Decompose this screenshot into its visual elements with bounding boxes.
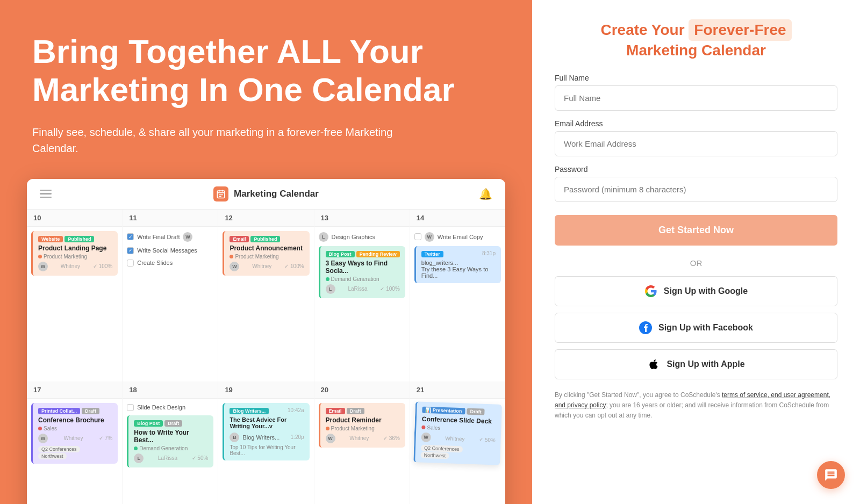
calendar-col-14: 14 W Write Email Copy Twitter 8:31p blog… <box>410 210 505 381</box>
calendar-mockup: Marketing Calendar 🔔 10 Website Publishe… <box>27 179 505 504</box>
calendar-title: Marketing Calendar <box>213 186 319 201</box>
calendar-col-18: 18 Slide Deck Design Blog Post Draft How… <box>123 381 218 504</box>
full-name-label: Full Name <box>555 74 837 82</box>
forever-free-badge: Forever-Free <box>689 19 791 41</box>
calendar-col-11: 11 ✓ Write Final Draft W ✓ Write Social … <box>123 210 218 381</box>
facebook-signup-button[interactable]: Sign Up with Facebook <box>555 313 837 343</box>
card-blog2: Blog Post Draft How to Write Your Best..… <box>127 415 213 467</box>
password-group: Password <box>555 165 837 202</box>
google-button-label: Sign Up with Google <box>664 286 748 296</box>
calendar-col-13: 13 L Design Graphics Blog Post Pending R… <box>314 210 410 381</box>
calendar-col-10: 10 Website Published Product Landing Pag… <box>27 210 122 381</box>
card-print: Printed Collat... Draft Conference Broch… <box>31 403 118 464</box>
email-group: Email Address <box>555 119 837 156</box>
terms-text: By clicking "Get Started Now", you agree… <box>555 390 837 421</box>
checkbox-checked2: ✓ <box>127 247 134 254</box>
card-blog3: Blog Writers... 10:42a The Best Advice F… <box>223 403 309 460</box>
full-name-input[interactable] <box>555 85 837 111</box>
hero-title: Bring Together ALL Your Marketing In One… <box>32 32 500 109</box>
or-divider: OR <box>555 258 837 268</box>
full-name-group: Full Name <box>555 74 837 111</box>
card-twitter: Twitter 8:31p blog_writers...Try these 3… <box>414 246 501 283</box>
email-label: Email Address <box>555 119 837 128</box>
left-panel: Bring Together ALL Your Marketing In One… <box>0 0 532 504</box>
chat-button[interactable] <box>817 461 845 489</box>
password-label: Password <box>555 165 837 174</box>
password-input[interactable] <box>555 177 837 202</box>
card-email2: Email Draft Product Reminder Product Mar… <box>319 403 405 448</box>
card-presentation: 📊 Presentation Draft Conference Slide De… <box>413 401 502 465</box>
form-heading: Create Your Forever-Free Marketing Calen… <box>555 19 837 61</box>
right-panel: Create Your Forever-Free Marketing Calen… <box>532 0 860 504</box>
email-input[interactable] <box>555 131 837 156</box>
apple-icon <box>647 358 660 371</box>
calendar-grid-row2: 17 Printed Collat... Draft Conference Br… <box>27 381 505 504</box>
calendar-col-17: 17 Printed Collat... Draft Conference Br… <box>27 381 122 504</box>
facebook-icon <box>639 321 652 334</box>
card-blog: Blog Post Pending Review 3 Easy Ways to … <box>319 246 405 298</box>
google-icon <box>644 285 657 298</box>
terms-link[interactable]: terms of service, end user agreement, an… <box>555 391 830 409</box>
calendar-header: Marketing Calendar 🔔 <box>27 179 505 210</box>
facebook-button-label: Sign Up with Facebook <box>658 323 753 333</box>
form-title: Create Your Forever-Free Marketing Calen… <box>555 19 837 61</box>
calendar-icon <box>213 186 228 201</box>
card-email: Email Published Product Announcement Pro… <box>223 231 309 276</box>
get-started-button[interactable]: Get Started Now <box>555 215 837 246</box>
hero-subtitle: Finally see, schedule, & share all your … <box>32 124 419 156</box>
card-website: Website Published Product Landing Page P… <box>31 231 118 276</box>
calendar-col-21: 21 📊 Presentation Draft Conference Slide… <box>410 381 505 504</box>
calendar-col-12: 12 Email Published Product Announcement … <box>218 210 313 381</box>
hamburger-icon <box>40 190 52 198</box>
checkbox-checked: ✓ <box>127 233 134 240</box>
checkbox-empty: □ <box>127 260 134 267</box>
apple-signup-button[interactable]: Sign Up with Apple <box>555 349 837 379</box>
calendar-col-20: 20 Email Draft Product Reminder Product … <box>314 381 410 504</box>
calendar-col-19: 19 Blog Writers... 10:42a The Best Advic… <box>218 381 313 504</box>
apple-button-label: Sign Up with Apple <box>666 359 744 369</box>
bell-icon: 🔔 <box>479 188 492 200</box>
google-signup-button[interactable]: Sign Up with Google <box>555 276 837 306</box>
calendar-grid-row1: 10 Website Published Product Landing Pag… <box>27 210 505 381</box>
